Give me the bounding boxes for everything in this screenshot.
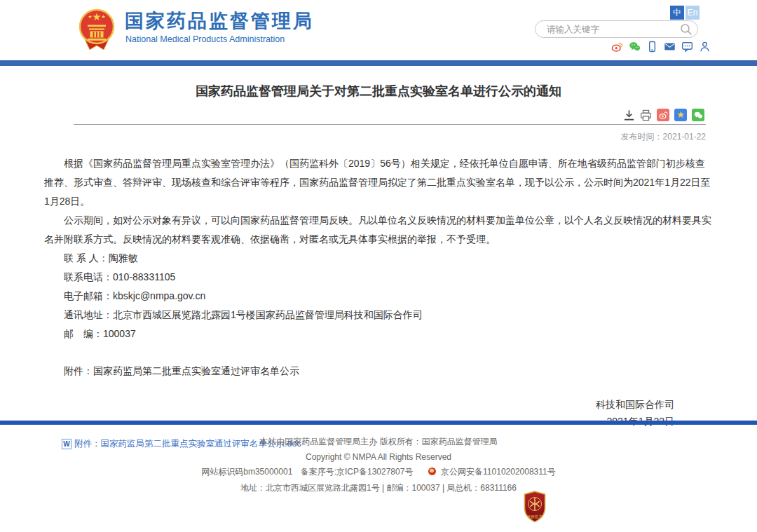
- paragraph-2: 公示期间，如对公示对象有异议，可以向国家药品监督管理局反映。凡以单位名义反映情况…: [44, 211, 713, 249]
- site-header: 国家药品监督管理局 National Medical Products Admi…: [0, 0, 757, 60]
- lang-zh-button[interactable]: 中: [670, 6, 684, 20]
- signature-department: 科技和国际合作司: [44, 396, 674, 413]
- paragraph-1: 根据《国家药品监督管理局重点实验室管理办法》（国药监科外〔2019〕56号）相关…: [44, 154, 713, 211]
- print-icon[interactable]: [640, 109, 652, 121]
- mobile-icon[interactable]: [646, 41, 658, 53]
- social-links: [611, 41, 711, 53]
- site-subtitle: National Medical Products Administration: [125, 34, 285, 44]
- message-bubble-icon[interactable]: [681, 41, 693, 53]
- national-emblem-logo: [79, 8, 115, 52]
- article-title: 国家药品监督管理局关于对第二批重点实验室名单进行公示的通知: [44, 83, 713, 100]
- user-icon[interactable]: [699, 41, 711, 53]
- site-title: 国家药品监督管理局: [125, 8, 314, 34]
- party-gov-badge[interactable]: 党政机关: [523, 491, 547, 523]
- search-box: [535, 20, 698, 38]
- attachment-mention: 附件：国家药监局第二批重点实验室通过评审名单公示: [44, 362, 713, 381]
- share-wechat-button[interactable]: [692, 109, 704, 121]
- psb-badge-icon: [428, 468, 436, 475]
- psb-number: 京公网安备11010202008311号: [441, 467, 556, 477]
- lang-en-button[interactable]: En: [686, 6, 700, 20]
- article-body: 根据《国家药品监督管理局重点实验室管理办法》（国药监科外〔2019〕56号）相关…: [44, 154, 713, 381]
- site-footer: 本站由国家药品监督管理局主办 版权所有：国家药品监督管理局 Copyright …: [0, 436, 757, 498]
- contact-postcode: 邮 编：100037: [44, 325, 713, 343]
- footer-host-line: 本站由国家药品监督管理局主办 版权所有：国家药品监督管理局: [0, 436, 757, 448]
- icp-number: 备案序号:京ICP备13027807号: [301, 467, 414, 477]
- footer-copyright: Copyright © NMPA All Rights Reserved: [0, 452, 757, 462]
- publish-date: 发布时间：2021-01-22: [44, 131, 713, 143]
- search-icon[interactable]: [679, 22, 693, 36]
- weibo-icon[interactable]: [611, 41, 623, 53]
- share-weibo-button[interactable]: [657, 109, 669, 121]
- header-divider-bar: [0, 60, 757, 66]
- download-icon[interactable]: [623, 109, 635, 121]
- search-input[interactable]: [536, 25, 679, 34]
- title-divider: [74, 124, 706, 125]
- article-page: 国家药品监督管理局关于对第二批重点实验室名单进行公示的通知 ★: [0, 83, 757, 450]
- gov-badge-label: 党政机关: [527, 514, 543, 519]
- article-actions: ★: [44, 109, 713, 121]
- favorite-star-button[interactable]: ★: [674, 109, 687, 121]
- site-id-code: 网站标识码bm35000001: [201, 467, 292, 477]
- footer-registration-line: 网站标识码bm35000001 备案序号:京ICP备13027807号 京公网安…: [0, 466, 757, 478]
- email-icon[interactable]: [664, 41, 676, 53]
- contact-email: 电子邮箱：kbskjc@nmpa.gov.cn: [44, 287, 713, 306]
- contact-address: 通讯地址：北京市西城区展览路北露园1号楼国家药品监督管理局科技和国际合作司: [44, 306, 713, 325]
- contact-person: 联 系 人：陶雅敏: [44, 249, 713, 268]
- footer-divider-bar: [0, 421, 757, 425]
- language-switch: 中 En: [670, 6, 700, 20]
- contact-phone: 联系电话：010-88331105: [44, 268, 713, 287]
- wechat-icon[interactable]: [629, 41, 641, 53]
- footer-address-line: 地址：北京市西城区展览路北露园1号 | 邮编：100037 | 局总机：6831…: [0, 482, 757, 494]
